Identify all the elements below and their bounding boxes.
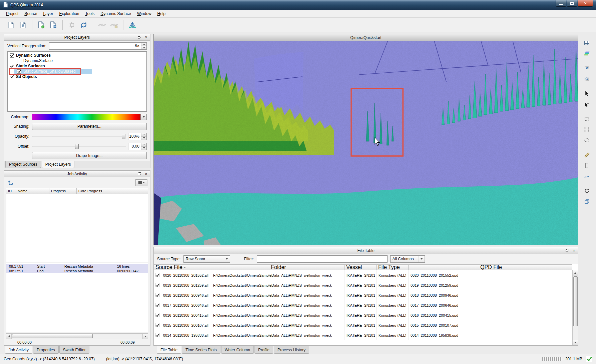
scrollbar-thumb[interactable] — [573, 276, 578, 326]
cube-3d-view-button[interactable] — [581, 196, 592, 206]
scrollbar-thumb[interactable] — [12, 334, 93, 338]
spin-down-icon[interactable] — [141, 137, 146, 140]
undo-button[interactable] — [7, 179, 15, 187]
close-panel-icon[interactable]: × — [143, 35, 149, 40]
table-row[interactable]: 0020_20110308_201552.all F:\QimeraQuicks… — [154, 270, 578, 280]
table-row[interactable]: 0018_20110308_200946.all F:\QimeraQuicks… — [154, 290, 578, 300]
table-row[interactable]: 0019_20110308_201259.all F:\QimeraQuicks… — [154, 280, 578, 290]
checkbox[interactable] — [17, 69, 21, 74]
column-id[interactable]: ID — [6, 188, 16, 194]
table-row[interactable]: 0014_20110308_195838.all F:\QimeraQuicks… — [154, 330, 578, 340]
maximize-button[interactable] — [567, 0, 577, 7]
checkbox[interactable] — [155, 323, 159, 327]
checkbox[interactable] — [10, 64, 14, 68]
scroll-down-icon[interactable] — [573, 340, 578, 345]
offset-slider[interactable] — [32, 143, 125, 149]
tree-item-dynamic-surfaces[interactable]: Dynamic Surfaces — [8, 53, 146, 58]
menu-exploration[interactable]: Exploration — [56, 10, 82, 17]
table-row[interactable]: 0017_20110308_200646.all F:\QimeraQuicks… — [154, 300, 578, 310]
zoom-extents-button[interactable] — [581, 63, 592, 73]
reprocess-button[interactable] — [78, 19, 90, 31]
checkbox[interactable] — [155, 303, 159, 307]
add-raw-sonar-button[interactable] — [35, 19, 47, 31]
spin-up-icon[interactable] — [141, 43, 146, 46]
scroll-up-icon[interactable] — [573, 270, 578, 276]
table-row[interactable]: 0016_20110308_200415.all F:\QimeraQuicks… — [154, 310, 578, 320]
spin-up-icon[interactable] — [141, 143, 146, 147]
slider-track[interactable] — [32, 146, 125, 147]
menu-tools[interactable]: Tools — [82, 10, 97, 17]
minimize-button[interactable] — [556, 0, 566, 7]
column-folder[interactable]: Folder — [211, 264, 345, 270]
tab-job-activity[interactable]: Job Activity — [5, 346, 32, 354]
source-type-combo[interactable]: Raw Sonar — [183, 255, 230, 263]
tab-profile[interactable]: Profile — [254, 346, 273, 354]
add-processed-points-button[interactable] — [47, 19, 59, 31]
column-vessel[interactable]: Vessel — [345, 264, 377, 270]
column-progress[interactable]: Progress — [49, 188, 77, 194]
float-panel-icon[interactable] — [565, 248, 570, 253]
drape-image-button[interactable]: Drape Image... — [32, 152, 147, 159]
checkbox[interactable] — [155, 313, 159, 317]
tab-swath-editor[interactable]: Swath Editor — [59, 346, 89, 354]
columns-filter-combo[interactable]: All Columns — [390, 255, 425, 263]
scroll-right-icon[interactable] — [142, 334, 148, 339]
rectangle-select-handles-button[interactable] — [581, 124, 592, 134]
plan-view-grid-button[interactable] — [581, 38, 592, 48]
opacity-slider[interactable] — [32, 133, 125, 139]
shading-parameters-button[interactable]: Parameters... — [32, 123, 147, 130]
close-panel-icon[interactable]: × — [143, 171, 149, 176]
timeline-scrollbar[interactable] — [6, 333, 148, 339]
vertical-scrollbar[interactable] — [572, 270, 578, 345]
checkbox[interactable] — [155, 283, 159, 287]
checkbox[interactable] — [10, 53, 14, 58]
close-panel-icon[interactable]: × — [571, 248, 577, 253]
open-project-button[interactable] — [17, 19, 29, 31]
checkbox[interactable] — [10, 75, 14, 79]
colorbar-button[interactable] — [581, 160, 592, 170]
table-row[interactable]: 0015_20110308_200107.all F:\QimeraQuicks… — [154, 320, 578, 330]
checkbox[interactable] — [155, 333, 159, 337]
menu-help[interactable]: Help — [154, 10, 169, 17]
close-button[interactable]: × — [578, 0, 593, 7]
spin-up-icon[interactable] — [141, 133, 146, 137]
menu-window[interactable]: Window — [134, 10, 154, 17]
slider-thumb[interactable] — [75, 144, 79, 149]
rotate-view-button[interactable] — [581, 186, 592, 196]
tree-item-dynamicsurface[interactable]: DynamicSurface — [8, 58, 146, 63]
rectangle-select-button[interactable] — [581, 114, 592, 124]
measure-button[interactable] — [581, 150, 592, 160]
log-row[interactable]: 08:17:51 End Rescan Metadata 00:00:00.14… — [6, 269, 148, 273]
preferences-button[interactable] — [66, 19, 78, 31]
menu-source[interactable]: Source — [21, 10, 40, 17]
tree-item-staticsurface-shallowbiased[interactable]: StaticSurface_ShallowBiased — [8, 69, 146, 74]
filter-input[interactable] — [257, 255, 388, 263]
checkbox[interactable] — [155, 293, 159, 297]
column-file-type[interactable]: File Type — [377, 264, 409, 270]
tab-process-history[interactable]: Process History — [274, 346, 309, 354]
slider-thumb[interactable] — [122, 134, 125, 139]
viewport-canvas[interactable] — [154, 41, 578, 245]
tab-properties[interactable]: Properties — [33, 346, 59, 354]
column-source-file[interactable]: Source File — [154, 264, 211, 270]
column-core-progress[interactable]: Core Progress — [77, 188, 148, 194]
satellite-button[interactable] — [96, 19, 108, 31]
menu-project[interactable]: Project — [3, 10, 21, 17]
ellipse-select-button[interactable] — [581, 135, 592, 145]
opacity-spinner[interactable]: 100% — [128, 133, 147, 140]
tab-project-sources[interactable]: Project Sources — [5, 161, 41, 168]
log-row[interactable]: 08:17:51 Start Rescan Metadata 16 lines — [6, 264, 148, 269]
float-panel-icon[interactable] — [137, 171, 142, 176]
chevron-down-icon[interactable] — [140, 114, 146, 120]
select-object-button[interactable] — [581, 99, 592, 109]
colormap-dropdown[interactable] — [32, 114, 147, 120]
tab-file-table[interactable]: File Table — [157, 346, 181, 354]
tab-water-column[interactable]: Water Column — [221, 346, 254, 354]
spin-down-icon[interactable] — [141, 46, 146, 50]
vertical-exaggeration-spinner[interactable]: 6× — [49, 42, 147, 50]
log-options-button[interactable] — [135, 179, 147, 186]
satellite-lock-button[interactable] — [108, 19, 120, 31]
scroll-left-icon[interactable] — [6, 334, 12, 339]
column-name[interactable]: Name — [16, 188, 49, 194]
menu-dynamic-surface[interactable]: Dynamic Surface — [98, 10, 134, 17]
